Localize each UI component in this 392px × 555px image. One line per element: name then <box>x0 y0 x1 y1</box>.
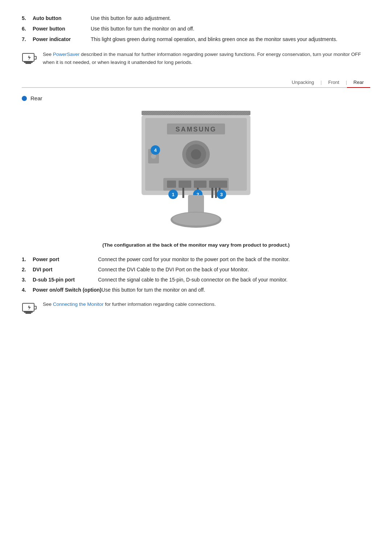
svg-text:4: 4 <box>154 147 157 153</box>
item-number: 5. <box>22 15 33 22</box>
svg-rect-40 <box>25 313 31 314</box>
item-label: D-sub 15-pin port <box>33 276 98 284</box>
svg-rect-34 <box>188 195 204 213</box>
rear-heading-row: Rear <box>22 95 370 101</box>
rear-dot-icon <box>22 96 27 101</box>
top-list-item: 7. Power indicator This light glows gree… <box>22 36 370 43</box>
powersaver-icon <box>22 50 38 66</box>
nav-tab-rear[interactable]: Rear <box>347 77 370 87</box>
svg-rect-19 <box>167 181 176 188</box>
item-number: 7. <box>22 36 33 43</box>
connecting-icon <box>22 300 38 316</box>
svg-text:1: 1 <box>172 192 174 197</box>
item-desc: Use this button for turn the monitor on … <box>102 286 370 294</box>
bottom-list-item: 2. DVI port Connect the DVI Cable to the… <box>22 266 370 274</box>
monitor-svg: SAMSUNG 4 1 <box>134 107 258 238</box>
svg-text:SAMSUNG: SAMSUNG <box>175 126 216 133</box>
item-number: 3. <box>22 276 33 284</box>
bottom-item-list: 1. Power port Connect the power cord for… <box>22 256 370 294</box>
svg-rect-3 <box>25 63 31 64</box>
bottom-note-text: See Connecting the Monitor for further i… <box>43 300 216 308</box>
item-label: DVI port <box>33 266 98 274</box>
rear-label: Rear <box>30 95 42 101</box>
nav-tabs: Unpacking | Front | Rear <box>285 77 370 87</box>
top-item-list: 5. Auto button Use this button for auto … <box>22 15 370 43</box>
item-desc: Connect the DVI Cable to the DVI Port on… <box>98 266 370 274</box>
svg-rect-38 <box>34 306 36 309</box>
monitor-image-container: SAMSUNG 4 1 <box>22 107 370 238</box>
monitor-caption: (The configuration at the back of the mo… <box>22 242 370 248</box>
bottom-note-box: See Connecting the Monitor for further i… <box>22 300 370 316</box>
item-number: 4. <box>22 286 33 294</box>
svg-point-13 <box>191 149 201 159</box>
top-section: 5. Auto button Use this button for auto … <box>22 15 370 66</box>
svg-rect-1 <box>34 56 36 59</box>
top-list-item: 5. Auto button Use this button for auto … <box>22 15 370 22</box>
svg-rect-21 <box>194 181 207 188</box>
svg-rect-2 <box>24 61 33 63</box>
item-label: Power button <box>33 25 91 33</box>
item-desc: Connect the power cord for your monitor … <box>98 256 370 263</box>
svg-rect-22 <box>209 181 227 188</box>
bottom-list-item: 1. Power port Connect the power cord for… <box>22 256 370 263</box>
item-desc: Connect the signal cable to the 15-pin, … <box>98 276 370 284</box>
svg-rect-6 <box>142 111 250 115</box>
top-note-text: See PowerSaver described in the manual f… <box>43 50 370 66</box>
item-label: Power on/off Switch (option) <box>33 286 102 294</box>
nav-tab-unpacking[interactable]: Unpacking <box>285 77 320 87</box>
nav-tab-front[interactable]: Front <box>322 77 346 87</box>
svg-rect-20 <box>179 181 191 188</box>
top-list-item: 6. Power button Use this button for turn… <box>22 25 370 33</box>
bottom-list-item: 3. D-sub 15-pin port Connect the signal … <box>22 276 370 284</box>
nav-tabs-container: Unpacking | Front | Rear <box>22 77 370 88</box>
connecting-monitor-link[interactable]: Connecting the Monitor <box>53 301 104 307</box>
monitor-rear-illustration: SAMSUNG 4 1 <box>134 107 258 238</box>
powersaver-link[interactable]: PowerSaver <box>53 52 80 57</box>
bottom-list-item: 4. Power on/off Switch (option) Use this… <box>22 286 370 294</box>
item-desc: Use this button for turn the monitor on … <box>91 25 370 33</box>
item-number: 1. <box>22 256 33 263</box>
svg-text:3: 3 <box>220 192 222 197</box>
svg-point-36 <box>172 212 220 226</box>
item-label: Auto button <box>33 15 91 22</box>
item-label: Power indicator <box>33 36 91 43</box>
item-number: 6. <box>22 25 33 33</box>
item-desc: This light glows green during normal ope… <box>91 36 370 43</box>
svg-rect-39 <box>24 311 33 313</box>
item-number: 2. <box>22 266 33 274</box>
item-desc: Use this button for auto adjustment. <box>91 15 370 22</box>
item-label: Power port <box>33 256 98 263</box>
top-note-box: See PowerSaver described in the manual f… <box>22 50 370 66</box>
